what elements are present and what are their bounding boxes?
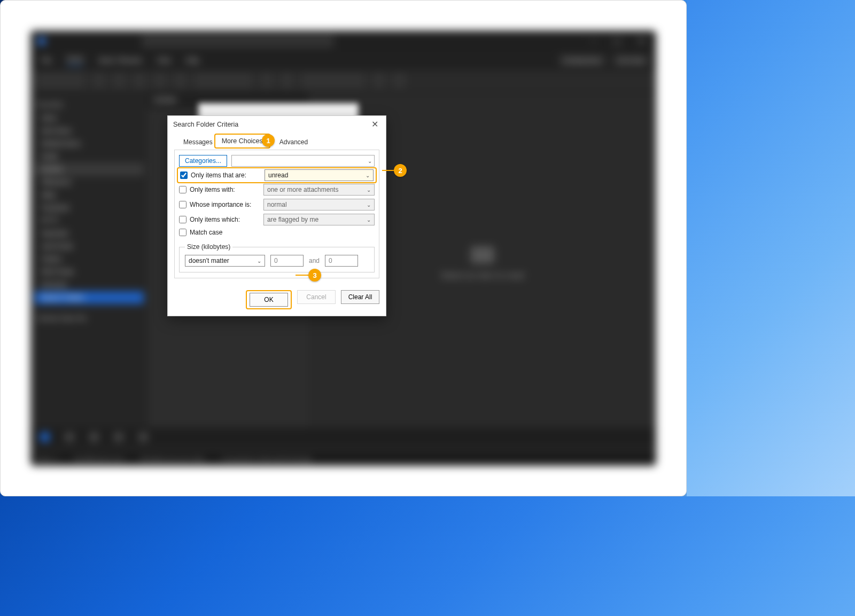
chevron-down-icon: ⌄ (367, 187, 371, 193)
ok-button-highlight: OK (246, 290, 292, 309)
tab-advanced[interactable]: Advanced (273, 135, 315, 149)
only-items-that-are-label: Only items that are: (191, 171, 246, 179)
ok-button[interactable]: OK (250, 293, 288, 307)
importance-row: Whose importance is: normal ⌄ (179, 197, 375, 212)
categories-button[interactable]: Categories... (179, 155, 227, 167)
categories-dropdown[interactable]: ⌄ (231, 155, 375, 167)
only-items-which-label: Only items which: (190, 216, 240, 223)
importance-label: Whose importance is: (190, 201, 251, 208)
size-fieldset: Size (kilobytes) doesn't matter ⌄ 0 and … (179, 243, 375, 272)
tab-messages[interactable]: Messages (176, 135, 214, 149)
search-folder-criteria-dialog: Search Folder Criteria ✕ Messages More C… (167, 115, 386, 316)
only-items-that-are-row: Only items that are: unread ⌄ (177, 167, 377, 183)
size-mode-dropdown[interactable]: doesn't matter ⌄ (185, 255, 265, 267)
importance-checkbox[interactable] (179, 201, 186, 208)
match-case-row: Match case (179, 227, 375, 238)
callout-2: 2 (394, 164, 407, 177)
size-low-input[interactable]: 0 (270, 255, 304, 267)
size-and-label: and (309, 257, 320, 264)
only-items-that-are-dropdown[interactable]: unread ⌄ (265, 169, 374, 181)
only-items-with-checkbox[interactable] (179, 186, 186, 193)
chevron-down-icon: ⌄ (366, 173, 370, 178)
callout-1: 1 (262, 134, 275, 147)
screenshot-card: –▢✕ File Home Send / Receive View Help C… (0, 0, 687, 496)
categories-row: Categories... ⌄ (179, 153, 375, 168)
chevron-down-icon: ⌄ (368, 158, 372, 164)
callout-2-line (382, 170, 394, 171)
size-high-input[interactable]: 0 (325, 255, 358, 267)
chevron-down-icon: ⌄ (257, 258, 261, 264)
match-case-label: Match case (190, 229, 222, 236)
match-case-checkbox[interactable] (179, 229, 186, 236)
dialog-title-text: Search Folder Criteria (173, 121, 238, 128)
callout-3-line (296, 275, 308, 276)
only-items-which-row: Only items which: are flagged by me ⌄ (179, 212, 375, 227)
importance-dropdown[interactable]: normal ⌄ (263, 199, 375, 210)
dialog-button-row: OK Cancel Clear All (168, 285, 386, 316)
only-items-that-are-checkbox[interactable] (180, 171, 188, 179)
more-choices-panel: Categories... ⌄ Only items that are: unr… (174, 150, 379, 278)
clear-all-button[interactable]: Clear All (341, 290, 379, 304)
dialog-titlebar: Search Folder Criteria ✕ (168, 116, 386, 131)
close-icon[interactable]: ✕ (369, 119, 380, 129)
size-legend: Size (kilobytes) (185, 243, 232, 251)
only-items-with-dropdown[interactable]: one or more attachments ⌄ (263, 184, 375, 196)
callout-3: 3 (308, 269, 321, 282)
cancel-button[interactable]: Cancel (297, 290, 336, 304)
chevron-down-icon: ⌄ (367, 202, 371, 208)
only-items-which-checkbox[interactable] (179, 216, 186, 223)
chevron-down-icon: ⌄ (367, 217, 371, 223)
only-items-which-dropdown[interactable]: are flagged by me ⌄ (263, 214, 375, 225)
dialog-tabs: Messages More Choices Advanced (174, 134, 379, 149)
only-items-with-row: Only items with: one or more attachments… (179, 182, 375, 197)
only-items-with-label: Only items with: (190, 186, 235, 193)
